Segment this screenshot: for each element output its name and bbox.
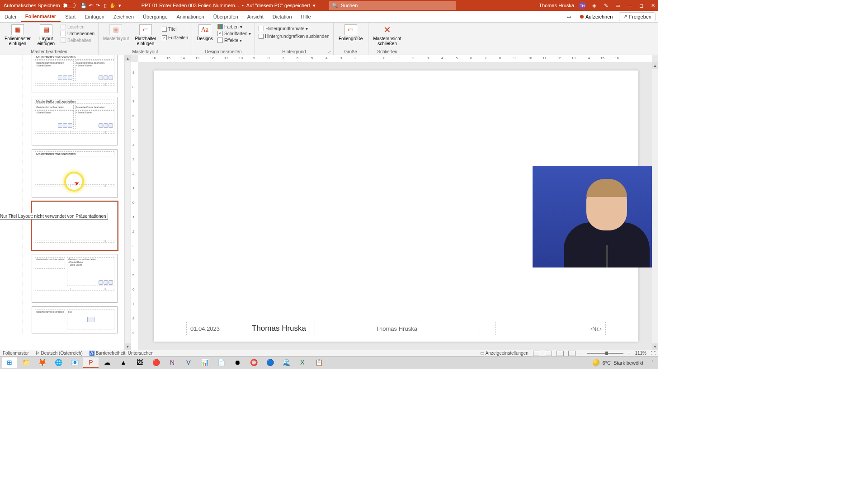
taskbar-onenote[interactable]: N	[165, 357, 180, 368]
scroll-up-icon[interactable]: ▲	[652, 62, 658, 69]
title-checkbox[interactable]: Titel	[161, 26, 189, 32]
taskbar-app[interactable]: 📄	[213, 357, 229, 368]
privacy-icon[interactable]: ✎	[602, 2, 609, 9]
taskbar-firefox[interactable]: 🦊	[34, 357, 50, 368]
fonts-dropdown[interactable]: ASchriftarten▾	[217, 30, 252, 37]
thumbnail-scrollbar[interactable]: ▲ ▼	[124, 55, 131, 350]
tab-ueberpruefen[interactable]: Überprüfen	[209, 11, 243, 22]
taskbar-app[interactable]: 📊	[197, 357, 212, 368]
fit-to-window-button[interactable]: ⛶	[651, 351, 656, 356]
colors-dropdown[interactable]: Farben▾	[217, 23, 252, 30]
tab-hilfe[interactable]: Hilfe	[297, 11, 316, 22]
canvas-scrollbar[interactable]: ▲ ▼	[652, 62, 658, 350]
collapse-ribbon-button[interactable]: ▭	[564, 12, 574, 21]
insert-layout-button[interactable]: ▤ Layout einfügen	[34, 23, 58, 47]
preserve-master-button[interactable]: Beibehalten	[60, 37, 95, 43]
tab-zeichnen[interactable]: Zeichnen	[109, 11, 138, 22]
tab-start[interactable]: Start	[61, 11, 80, 22]
slide-number-placeholder[interactable]: ‹Nr.›	[495, 322, 606, 335]
minimize-icon[interactable]: —	[626, 2, 633, 9]
delete-layout-button[interactable]: Löschen	[60, 23, 95, 30]
taskbar-app[interactable]: ⭕	[246, 357, 261, 368]
ribbon-options-icon[interactable]: ▭	[614, 2, 621, 9]
taskbar-explorer[interactable]: 📁	[18, 357, 33, 368]
display-settings[interactable]: ▭ Anzeigeeinstellungen	[480, 351, 528, 356]
insert-slide-master-button[interactable]: ▦ Folienmaster einfügen	[3, 23, 33, 47]
insert-placeholder-button[interactable]: ▭ Platzhalter einfügen	[132, 23, 159, 47]
user-avatar[interactable]: TH	[579, 2, 586, 9]
zoom-slider[interactable]	[587, 353, 623, 354]
slideshow-view-button[interactable]	[568, 351, 576, 356]
taskbar-chrome[interactable]: 🌐	[51, 357, 66, 368]
scroll-down-icon[interactable]: ▼	[125, 343, 131, 350]
tab-folienmaster[interactable]: Folienmaster	[21, 11, 61, 22]
status-view[interactable]: Folienmaster	[3, 351, 29, 356]
taskbar-app[interactable]: 🖼	[132, 357, 147, 368]
close-master-view-button[interactable]: ✕ Masteransicht schließen	[371, 23, 404, 47]
scroll-down-icon[interactable]: ▼	[652, 343, 658, 350]
layout-thumbnail[interactable]: Mastertitelformat bearbeiten Bild	[32, 306, 118, 333]
chevron-down-icon[interactable]: ▾	[313, 3, 316, 9]
record-button[interactable]: Aufzeichnen	[576, 12, 617, 21]
maximize-icon[interactable]: ◻	[637, 2, 645, 9]
taskbar-obs[interactable]: ⏺	[230, 357, 245, 368]
user-name[interactable]: Thomas Hruska	[539, 3, 574, 8]
tab-animationen[interactable]: Animationen	[172, 11, 209, 22]
autosave-toggle[interactable]: Automatisches Speichern	[4, 3, 75, 8]
layout-thumbnail-selected[interactable]	[32, 202, 118, 250]
taskbar-visio[interactable]: V	[181, 357, 196, 368]
tray-chevron-icon[interactable]: ˄	[651, 360, 654, 365]
taskbar-vlc[interactable]: ▲	[116, 357, 131, 368]
tab-uebergaenge[interactable]: Übergänge	[138, 11, 172, 22]
rename-layout-button[interactable]: Umbenennen	[60, 30, 95, 37]
layout-thumbnail[interactable]: Mastertitelformat bearbeiten Mastertextf…	[32, 254, 118, 303]
date-placeholder[interactable]: 01.04.2023 Thomas Hruska	[186, 322, 310, 335]
search-input[interactable]	[341, 3, 453, 8]
taskbar-app[interactable]: 🔵	[262, 357, 278, 368]
normal-view-button[interactable]	[533, 351, 540, 356]
footers-checkbox[interactable]: ✓Fußzeilen	[161, 35, 189, 41]
undo-icon[interactable]: ↶	[87, 2, 94, 9]
tab-einfuegen[interactable]: Einfügen	[80, 11, 108, 22]
zoom-out-button[interactable]: −	[580, 351, 583, 356]
themes-button[interactable]: Aa Designs	[195, 23, 215, 42]
close-icon[interactable]: ✕	[649, 2, 656, 9]
coming-soon-icon[interactable]: ◈	[590, 2, 598, 9]
background-styles-dropdown[interactable]: Hintergrundformate▾	[258, 25, 330, 32]
start-button[interactable]: ⊞	[2, 357, 17, 368]
system-tray[interactable]: ˄	[649, 360, 656, 365]
status-accessibility[interactable]: ♿ Barrierefreiheit: Untersuchen	[89, 351, 154, 356]
taskbar-app[interactable]: ☁	[99, 357, 115, 368]
touch-mode-icon[interactable]: ✋	[109, 2, 116, 9]
dialog-launcher-icon[interactable]: ⤢	[328, 50, 332, 54]
scroll-up-icon[interactable]: ▲	[125, 55, 131, 61]
sorter-view-button[interactable]	[545, 351, 552, 356]
tab-datei[interactable]: Datei	[0, 11, 21, 22]
tab-ansicht[interactable]: Ansicht	[243, 11, 268, 22]
taskbar-outlook[interactable]: 📧	[67, 357, 82, 368]
taskbar-edge[interactable]: 🌊	[278, 357, 294, 368]
share-button[interactable]: ↗Freigeben	[619, 12, 656, 21]
layout-thumbnail[interactable]: Mastertitelformat bearbeiten	[32, 149, 118, 198]
layout-thumbnail[interactable]: Mastertitelformat bearbeiten Mastertextf…	[32, 97, 118, 145]
taskbar-excel[interactable]: X	[295, 357, 310, 368]
effects-dropdown[interactable]: Effekte▾	[217, 37, 252, 43]
taskbar-powerpoint[interactable]: P	[83, 357, 99, 368]
slide-size-button[interactable]: ▭ Foliengröße	[336, 23, 365, 42]
save-icon[interactable]: 💾	[80, 2, 87, 9]
taskbar-app[interactable]: 🔴	[148, 357, 164, 368]
reading-view-button[interactable]	[557, 351, 564, 356]
master-layout-button[interactable]: ▣ Masterlayout	[101, 23, 130, 42]
qat-more-icon[interactable]: ▾	[116, 2, 123, 9]
status-language[interactable]: 🏳 Deutsch (Österreich)	[35, 351, 83, 356]
redo-icon[interactable]: ↷	[94, 2, 102, 9]
hide-bg-graphics-checkbox[interactable]: Hintergrundgrafiken ausblenden	[258, 33, 330, 39]
zoom-level[interactable]: 111%	[635, 351, 646, 356]
document-title[interactable]: PPT 01 Roter Faden 003 Folien-Nummern...…	[142, 3, 316, 9]
layout-thumbnail[interactable]: Mastertitelformat bearbeiten Mastertextf…	[32, 55, 118, 93]
tab-dictation[interactable]: Dictation	[268, 11, 297, 22]
present-from-start-icon[interactable]: ▯	[102, 2, 109, 9]
taskbar-app[interactable]: 📋	[311, 357, 326, 368]
search-box[interactable]: 🔍	[329, 1, 456, 10]
taskbar-weather[interactable]: 6°C Stark bewölkt	[588, 359, 648, 366]
